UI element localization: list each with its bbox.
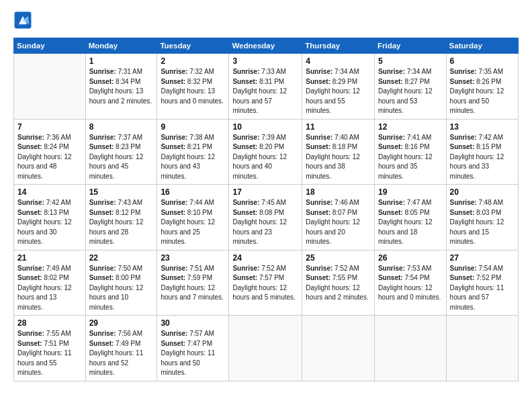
calendar-cell: 16Sunrise: 7:44 AMSunset: 8:10 PMDayligh… (157, 185, 229, 250)
sunset-label: Sunset: (306, 78, 330, 85)
sunset-label: Sunset: (161, 340, 185, 347)
day-info: Sunrise: 7:52 AMSunset: 7:57 PMDaylight … (232, 264, 298, 303)
day-number: 22 (89, 253, 154, 263)
sunrise-label: Sunrise: (161, 199, 187, 206)
day-info: Sunrise: 7:33 AMSunset: 8:31 PMDaylight … (232, 67, 298, 116)
calendar-cell: 12Sunrise: 7:41 AMSunset: 8:16 PMDayligh… (374, 119, 446, 185)
calendar-cell (374, 316, 446, 381)
weekday-header: Thursday (302, 38, 375, 54)
sunset-label: Sunset: (161, 274, 185, 281)
page: SundayMondayTuesdayWednesdayThursdayFrid… (0, 0, 532, 411)
calendar-cell: 29Sunrise: 7:56 AMSunset: 7:49 PMDayligh… (85, 316, 157, 381)
sunrise-label: Sunrise: (17, 134, 44, 141)
sunrise-label: Sunrise: (306, 199, 332, 206)
sunset-label: Sunset: (232, 274, 257, 281)
day-info: Sunrise: 7:46 AMSunset: 8:07 PMDaylight … (306, 198, 371, 247)
sunset-label: Sunset: (232, 143, 257, 150)
daylight-label: Daylight hours: 12 hours and 18 minutes. (378, 218, 433, 245)
sunset-label: Sunset: (89, 274, 114, 281)
calendar-cell: 24Sunrise: 7:52 AMSunset: 7:57 PMDayligh… (229, 250, 302, 316)
day-info: Sunrise: 7:51 AMSunset: 7:59 PMDaylight … (161, 264, 225, 303)
daylight-label: Daylight hours: 12 hours and 13 minutes. (17, 284, 72, 311)
day-number: 17 (232, 187, 298, 197)
day-number: 21 (17, 253, 82, 263)
sunset-label: Sunset: (378, 78, 403, 85)
daylight-label: Daylight hours: 12 hours and 30 minutes. (17, 218, 72, 245)
calendar-cell: 11Sunrise: 7:40 AMSunset: 8:18 PMDayligh… (302, 119, 375, 185)
day-info: Sunrise: 7:42 AMSunset: 8:13 PMDaylight … (17, 198, 82, 247)
day-info: Sunrise: 7:38 AMSunset: 8:21 PMDaylight … (161, 133, 225, 182)
header (13, 11, 519, 30)
day-number: 27 (450, 253, 515, 263)
weekday-header: Monday (85, 38, 157, 54)
daylight-label: Daylight hours: 12 hours and 35 minutes. (378, 153, 433, 180)
calendar-cell: 20Sunrise: 7:48 AMSunset: 8:03 PMDayligh… (446, 185, 518, 250)
day-info: Sunrise: 7:40 AMSunset: 8:18 PMDaylight … (306, 133, 371, 182)
day-info: Sunrise: 7:32 AMSunset: 8:32 PMDaylight … (161, 67, 225, 106)
daylight-label: Daylight hours: 12 hours and 25 minutes. (161, 218, 215, 245)
day-number: 11 (306, 122, 371, 132)
weekday-header: Wednesday (229, 38, 302, 54)
calendar-cell: 9Sunrise: 7:38 AMSunset: 8:21 PMDaylight… (157, 119, 229, 185)
sunrise-label: Sunrise: (306, 68, 332, 75)
calendar-cell: 19Sunrise: 7:47 AMSunset: 8:05 PMDayligh… (374, 185, 446, 250)
day-info: Sunrise: 7:42 AMSunset: 8:15 PMDaylight … (450, 133, 515, 182)
weekday-header: Friday (374, 38, 446, 54)
sunrise-label: Sunrise: (89, 134, 116, 141)
sunset-label: Sunset: (89, 143, 114, 150)
day-number: 25 (306, 253, 371, 263)
sunrise-label: Sunrise: (17, 330, 44, 337)
daylight-label: Daylight hours: 12 hours and 10 minutes. (89, 284, 144, 311)
daylight-label: Daylight hours: 12 hours and 45 minutes. (89, 153, 144, 180)
daylight-label: Daylight hours: 12 hours and 15 minutes. (450, 218, 504, 245)
sunset-label: Sunset: (378, 274, 403, 281)
day-info: Sunrise: 7:55 AMSunset: 7:51 PMDaylight … (17, 329, 82, 378)
day-number: 23 (161, 253, 225, 263)
calendar-cell: 25Sunrise: 7:52 AMSunset: 7:55 PMDayligh… (302, 250, 375, 316)
daylight-label: Daylight hours: 12 hours and 55 minutes. (306, 87, 360, 114)
sunset-label: Sunset: (232, 78, 257, 85)
day-info: Sunrise: 7:43 AMSunset: 8:12 PMDaylight … (89, 198, 154, 247)
sunset-label: Sunset: (306, 209, 330, 216)
day-number: 13 (450, 122, 515, 132)
sunrise-label: Sunrise: (378, 199, 405, 206)
day-number: 3 (232, 56, 298, 66)
sunrise-label: Sunrise: (161, 68, 187, 75)
day-number: 30 (161, 318, 225, 328)
logo (13, 11, 35, 30)
day-number: 16 (161, 187, 225, 197)
sunrise-label: Sunrise: (232, 68, 259, 75)
sunrise-label: Sunrise: (232, 199, 259, 206)
daylight-label: Daylight hours: 11 hours and 50 minutes. (161, 349, 215, 376)
sunrise-label: Sunrise: (17, 265, 44, 272)
daylight-label: Daylight hours: 12 hours and 38 minutes. (306, 153, 360, 180)
day-info: Sunrise: 7:50 AMSunset: 8:00 PMDaylight … (89, 264, 154, 313)
day-info: Sunrise: 7:45 AMSunset: 8:08 PMDaylight … (232, 198, 298, 247)
sunset-label: Sunset: (89, 78, 114, 85)
sunrise-label: Sunrise: (306, 265, 332, 272)
calendar-cell: 28Sunrise: 7:55 AMSunset: 7:51 PMDayligh… (14, 316, 86, 381)
daylight-label: Daylight hours: 12 hours and 50 minutes. (450, 87, 504, 114)
sunrise-label: Sunrise: (450, 68, 477, 75)
day-info: Sunrise: 7:34 AMSunset: 8:29 PMDaylight … (306, 67, 371, 116)
calendar: SundayMondayTuesdayWednesdayThursdayFrid… (13, 38, 519, 381)
calendar-cell: 17Sunrise: 7:45 AMSunset: 8:08 PMDayligh… (229, 185, 302, 250)
sunrise-label: Sunrise: (450, 265, 477, 272)
sunset-label: Sunset: (378, 209, 403, 216)
day-number: 6 (450, 56, 515, 66)
calendar-cell (14, 54, 86, 120)
daylight-label: Daylight hours: 12 hours and 28 minutes. (89, 218, 144, 245)
daylight-label: Daylight hours: 12 hours and 40 minutes. (232, 153, 287, 180)
sunset-label: Sunset: (161, 78, 185, 85)
daylight-label: Daylight hours: 11 hours and 57 minutes. (450, 284, 504, 311)
day-number: 15 (89, 187, 154, 197)
day-number: 12 (378, 122, 443, 132)
day-info: Sunrise: 7:48 AMSunset: 8:03 PMDaylight … (450, 198, 515, 247)
sunrise-label: Sunrise: (161, 330, 187, 337)
calendar-cell: 22Sunrise: 7:50 AMSunset: 8:00 PMDayligh… (85, 250, 157, 316)
sunrise-label: Sunrise: (89, 199, 116, 206)
sunset-label: Sunset: (17, 143, 42, 150)
calendar-week-row: 1Sunrise: 7:31 AMSunset: 8:34 PMDaylight… (14, 54, 519, 120)
day-number: 7 (17, 122, 82, 132)
calendar-cell: 18Sunrise: 7:46 AMSunset: 8:07 PMDayligh… (302, 185, 375, 250)
